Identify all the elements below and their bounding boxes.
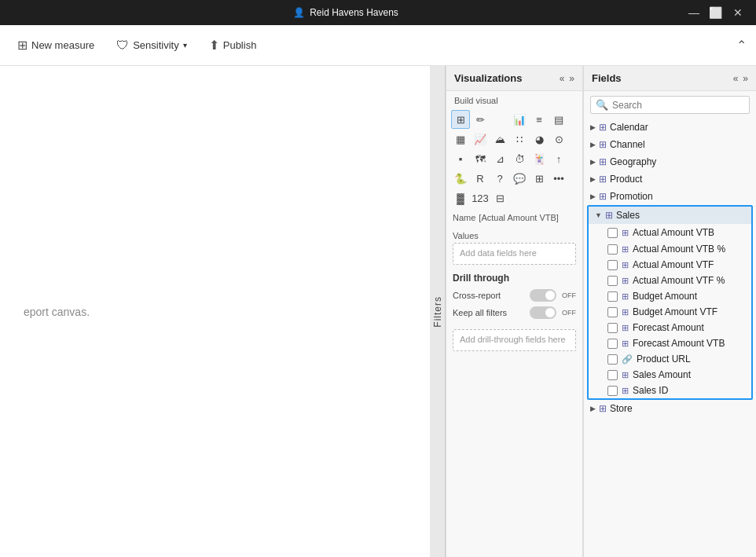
field-item-actual-amount-vtf-pct[interactable]: ⊞ Actual Amount VTF % xyxy=(589,273,751,288)
field-item-sales-id[interactable]: ⊞ Sales ID xyxy=(589,383,751,398)
field-item-forecast-amount-vtb[interactable]: ⊞ Forecast Amount VTB xyxy=(589,335,751,351)
field-group-promotion-header[interactable]: ▶ ⊞ Promotion xyxy=(584,188,756,205)
close-button[interactable]: ✕ xyxy=(728,2,748,23)
publish-button[interactable]: ⬆ Publish xyxy=(201,33,265,57)
product-group-name: Product xyxy=(610,174,642,185)
budget-amount-name: Budget Amount xyxy=(633,291,745,302)
actual-amount-vtf-type-icon: ⊞ xyxy=(622,260,629,270)
viz-map-icon[interactable]: 🗺 xyxy=(471,149,490,168)
viz-expand-icon[interactable]: » xyxy=(569,73,574,84)
budget-amount-checkbox[interactable] xyxy=(607,291,618,302)
field-group-geography: ▶ ⊞ Geography xyxy=(584,153,756,170)
actual-amount-vtb-checkbox[interactable] xyxy=(607,228,618,238)
field-item-sales-amount[interactable]: ⊞ Sales Amount xyxy=(589,367,751,383)
fields-expand-icon[interactable]: » xyxy=(743,73,748,84)
viz-treemap-icon[interactable]: ▪ xyxy=(451,149,470,168)
field-group-sales-header[interactable]: ▼ ⊞ Sales xyxy=(589,207,751,224)
sensitivity-button[interactable]: 🛡 Sensitivity ▾ xyxy=(108,34,195,57)
fields-collapse-icon[interactable]: « xyxy=(733,73,739,84)
minimize-button[interactable]: — xyxy=(684,2,704,23)
name-row: Name [Actual Amount VTB] xyxy=(446,209,582,226)
viz-scatter-icon[interactable]: ∷ xyxy=(510,130,529,148)
title-bar-center: 👤 Reid Havens Havens xyxy=(293,7,398,18)
name-value: [Actual Amount VTB] xyxy=(479,213,559,222)
fields-panel-icons: « » xyxy=(733,73,748,84)
viz-table2-icon[interactable]: ⊟ xyxy=(490,189,509,207)
user-icon: 👤 xyxy=(293,7,305,18)
viz-area-icon[interactable]: ⛰ xyxy=(490,130,509,148)
viz-stacked-bar-icon[interactable]: ▤ xyxy=(549,110,568,129)
publish-label: Publish xyxy=(223,39,257,51)
viz-more-icon[interactable]: ••• xyxy=(549,169,568,188)
fields-panel-title: Fields xyxy=(592,72,622,84)
fields-search-container: 🔍 xyxy=(590,96,750,114)
keep-filters-row: Keep all filters OFF xyxy=(453,304,576,321)
field-item-actual-amount-vtb-pct[interactable]: ⊞ Actual Amount VTB % xyxy=(589,241,751,257)
product-url-checkbox[interactable] xyxy=(607,354,618,365)
geography-chevron-icon: ▶ xyxy=(590,158,596,166)
budget-amount-vtf-type-icon: ⊞ xyxy=(622,307,629,317)
field-item-budget-amount-vtf[interactable]: ⊞ Budget Amount VTF xyxy=(589,304,751,320)
viz-kpi-icon[interactable]: ↑ xyxy=(549,149,568,168)
viz-heatmap-icon[interactable]: ▓ xyxy=(451,189,470,207)
fields-panel-header: Fields « » xyxy=(584,66,756,91)
sensitivity-icon: 🛡 xyxy=(116,38,129,53)
field-group-calendar-header[interactable]: ▶ ⊞ Calendar xyxy=(584,119,756,136)
drill-drop-zone[interactable]: Add drill-through fields here xyxy=(453,329,576,351)
viz-chat-icon[interactable]: 💬 xyxy=(510,169,529,188)
field-group-geography-header[interactable]: ▶ ⊞ Geography xyxy=(584,153,756,170)
actual-amount-vtf-pct-checkbox[interactable] xyxy=(607,276,618,286)
values-drop-zone[interactable]: Add data fields here xyxy=(453,243,576,265)
collapse-toolbar-icon[interactable]: ⌃ xyxy=(736,38,747,52)
forecast-amount-vtb-checkbox[interactable] xyxy=(607,339,618,349)
viz-edit-icon[interactable]: ✏ xyxy=(471,110,490,129)
viz-gauge-icon[interactable]: ⏱ xyxy=(510,149,529,168)
budget-amount-vtf-checkbox[interactable] xyxy=(607,307,618,317)
field-group-store-header[interactable]: ▶ ⊞ Store xyxy=(584,400,756,417)
viz-bar-chart-icon[interactable]: 📊 xyxy=(510,110,529,129)
viz-pie-icon[interactable]: ◕ xyxy=(530,130,549,148)
filters-panel[interactable]: Filters xyxy=(430,66,446,557)
visualizations-panel: Visualizations « » Build visual ⊞ ✏ 📊 ≡ … xyxy=(446,66,583,557)
actual-amount-vtf-checkbox[interactable] xyxy=(607,260,618,270)
maximize-button[interactable]: ⬜ xyxy=(706,2,726,23)
viz-clustered-bar-icon[interactable]: ≡ xyxy=(530,110,549,129)
viz-table-icon[interactable]: ⊞ xyxy=(451,110,470,129)
sales-group-name: Sales xyxy=(616,210,640,221)
viz-100bar-icon[interactable]: ▦ xyxy=(451,130,470,148)
field-item-actual-amount-vtb[interactable]: ⊞ Actual Amount VTB ··· xyxy=(589,224,751,241)
field-item-budget-amount[interactable]: ⊞ Budget Amount xyxy=(589,288,751,304)
keep-filters-toggle[interactable] xyxy=(530,306,556,319)
fields-search-input[interactable] xyxy=(612,100,744,111)
actual-amount-vtf-pct-name: Actual Amount VTF % xyxy=(633,275,745,286)
sales-id-checkbox[interactable] xyxy=(607,386,618,396)
calendar-chevron-icon: ▶ xyxy=(590,123,596,131)
forecast-amount-checkbox[interactable] xyxy=(607,323,618,333)
username: Reid Havens Havens xyxy=(310,7,398,18)
field-item-actual-amount-vtf[interactable]: ⊞ Actual Amount VTF xyxy=(589,257,751,273)
viz-funnel-icon[interactable]: ⊿ xyxy=(490,149,509,168)
viz-python-icon[interactable]: 🐍 xyxy=(451,169,470,188)
viz-line-icon[interactable]: 📈 xyxy=(471,130,490,148)
values-section: Values Add data fields here xyxy=(446,226,582,269)
forecast-amount-name: Forecast Amount xyxy=(633,322,745,333)
viz-card-icon[interactable]: 🃏 xyxy=(530,149,549,168)
field-item-product-url[interactable]: 🔗 Product URL xyxy=(589,351,751,367)
fields-panel: Fields « » 🔍 ▶ ⊞ Calendar xyxy=(583,66,756,557)
field-group-channel-header[interactable]: ▶ ⊞ Channel xyxy=(584,136,756,153)
keep-filters-label: Keep all filters xyxy=(453,308,507,317)
sales-amount-checkbox[interactable] xyxy=(607,370,618,380)
promotion-table-icon: ⊞ xyxy=(599,191,607,202)
viz-123-icon[interactable]: 123 xyxy=(471,189,490,207)
actual-amount-vtb-pct-checkbox[interactable] xyxy=(607,244,618,255)
viz-collapse-icon[interactable]: « xyxy=(560,73,565,84)
drill-drop-section: Add drill-through fields here xyxy=(446,324,582,356)
field-item-forecast-amount[interactable]: ⊞ Forecast Amount xyxy=(589,320,751,335)
viz-donut-icon[interactable]: ⊙ xyxy=(549,130,568,148)
viz-qna-icon[interactable]: ? xyxy=(490,169,509,188)
field-group-product-header[interactable]: ▶ ⊞ Product xyxy=(584,170,756,188)
new-measure-button[interactable]: ⊞ New measure xyxy=(9,33,102,57)
viz-r-icon[interactable]: R xyxy=(471,169,490,188)
viz-decomp-icon[interactable]: ⊞ xyxy=(530,169,549,188)
cross-report-toggle[interactable] xyxy=(530,289,556,302)
